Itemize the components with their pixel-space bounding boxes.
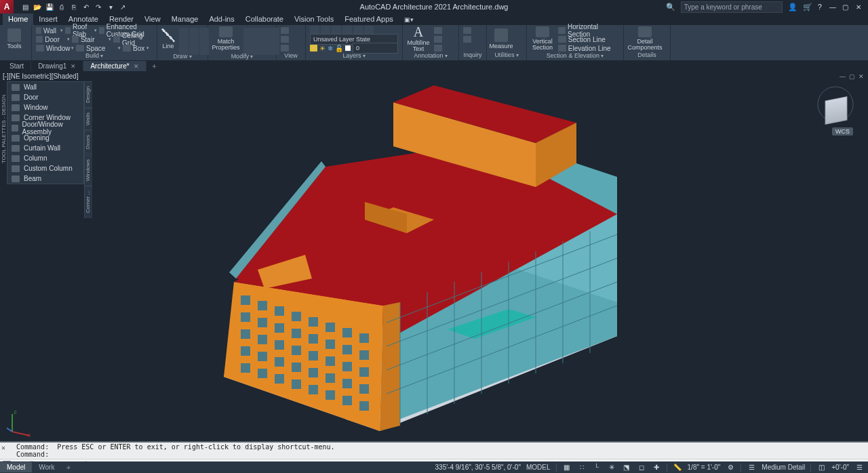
tab-home[interactable]: Home bbox=[3, 13, 33, 25]
panel-annotation-label[interactable]: Annotation bbox=[407, 52, 454, 60]
elev-icon[interactable]: ◫ bbox=[816, 464, 826, 472]
side-tab-corner[interactable]: Corner ... bbox=[84, 186, 92, 218]
anno-mini[interactable] bbox=[434, 26, 442, 52]
view-btn1[interactable] bbox=[281, 26, 289, 35]
panel-build-label[interactable]: Build bbox=[36, 52, 153, 60]
inq2[interactable] bbox=[463, 35, 471, 43]
wcs-label[interactable]: WCS bbox=[832, 127, 853, 136]
minimize-button[interactable]: — bbox=[827, 3, 838, 11]
build-door[interactable]: Door▾Stair▾Ceiling Grid bbox=[36, 35, 153, 43]
qat-open-icon[interactable]: 📂 bbox=[33, 2, 42, 12]
side-tab-design[interactable]: Design bbox=[84, 81, 92, 108]
cmd-close-icon[interactable]: ✕ bbox=[1, 444, 8, 451]
search-icon[interactable]: 🔍 bbox=[666, 3, 675, 12]
snap-icon[interactable]: ∷ bbox=[577, 464, 587, 472]
side-tab-doors[interactable]: Doors bbox=[84, 130, 92, 154]
panel-utilities-label[interactable]: Utilities bbox=[491, 52, 522, 60]
side-tab-walls[interactable]: Walls bbox=[84, 108, 92, 130]
side-tab-windows[interactable]: Windows bbox=[84, 155, 92, 186]
vertical-section-button[interactable]: Vertical Section bbox=[531, 26, 554, 51]
customize-icon[interactable]: ☰ bbox=[854, 464, 864, 472]
line-button[interactable]: Line bbox=[161, 26, 175, 51]
ortho-icon[interactable]: └ bbox=[592, 464, 601, 472]
qat-plot-icon[interactable]: ⎘ bbox=[69, 2, 79, 12]
inq1[interactable] bbox=[463, 26, 471, 35]
qat-redo-icon[interactable]: ↷ bbox=[94, 2, 103, 12]
detail-level-dropdown[interactable]: Medium Detail bbox=[762, 464, 805, 471]
tab-addins[interactable]: Add-ins bbox=[203, 14, 239, 25]
close-button[interactable]: ✕ bbox=[853, 3, 864, 11]
signin-icon[interactable]: 👤 bbox=[788, 3, 797, 12]
tp-curtain-wall[interactable]: Curtain Wall bbox=[7, 143, 83, 153]
layout-tab-model[interactable]: Model bbox=[0, 462, 32, 472]
viewport[interactable]: [-][NE Isometric][Shaded] —▢✕ TOOL PALET… bbox=[0, 72, 868, 443]
search-input[interactable]: Type a keyword or phrase bbox=[681, 1, 783, 13]
polar-icon[interactable]: ✳ bbox=[607, 464, 616, 472]
tools-button[interactable]: Tools bbox=[4, 26, 24, 51]
osnap-icon[interactable]: ◻ bbox=[637, 464, 646, 472]
model-space-button[interactable]: MODEL bbox=[526, 464, 551, 471]
qat-undo-icon[interactable]: ↶ bbox=[81, 2, 91, 12]
elevation-readout[interactable]: +0'-0" bbox=[831, 464, 849, 471]
build-window[interactable]: Window▾Space▾Box▾ bbox=[36, 44, 153, 52]
qat-dropdown-icon[interactable]: ▾ bbox=[106, 2, 115, 12]
tab-vision-tools[interactable]: Vision Tools bbox=[289, 14, 339, 25]
draw-mini-grid[interactable] bbox=[179, 28, 208, 53]
close-icon[interactable]: ✕ bbox=[134, 63, 139, 70]
dyn-icon[interactable]: ✚ bbox=[652, 464, 661, 472]
exchange-icon[interactable]: 🛒 bbox=[803, 3, 812, 12]
detail-icon[interactable]: ☰ bbox=[747, 464, 756, 472]
tp-window[interactable]: Window bbox=[7, 102, 83, 112]
view-cube[interactable] bbox=[816, 85, 854, 123]
elevationline-button[interactable]: Elevation Line bbox=[558, 44, 619, 52]
view-btn2[interactable] bbox=[281, 35, 289, 43]
doc-tab-architecture[interactable]: Architecture*✕ bbox=[83, 61, 146, 71]
tp-column[interactable]: Column bbox=[7, 153, 83, 163]
text-button[interactable]: AMultiline Text bbox=[407, 26, 430, 51]
layout-tab-work[interactable]: Work bbox=[32, 462, 61, 472]
qat-new-icon[interactable]: ▤ bbox=[20, 2, 30, 12]
app-logo[interactable]: A bbox=[0, 0, 14, 14]
doc-tab-drawing1[interactable]: Drawing1✕ bbox=[31, 61, 83, 71]
gear-icon[interactable]: ⚙ bbox=[726, 464, 735, 472]
sectionline-button[interactable]: Section Line bbox=[558, 35, 619, 43]
close-icon[interactable]: ✕ bbox=[71, 63, 76, 70]
vp-close-icon[interactable]: ✕ bbox=[859, 73, 865, 80]
tp-beam[interactable]: Beam bbox=[7, 173, 83, 184]
vp-max-icon[interactable]: ▢ bbox=[849, 73, 856, 80]
vp-min-icon[interactable]: — bbox=[840, 73, 846, 80]
measure-button[interactable]: Measure bbox=[491, 26, 511, 51]
panel-layers-label[interactable]: Layers bbox=[310, 52, 398, 60]
tab-collaborate[interactable]: Collaborate bbox=[240, 14, 289, 25]
ruler-icon[interactable]: 📏 bbox=[673, 464, 682, 472]
tab-expander-icon[interactable]: ▣▾ bbox=[399, 15, 419, 25]
maximize-button[interactable]: ▢ bbox=[840, 3, 851, 11]
match-properties-button[interactable]: Match Properties bbox=[212, 26, 239, 51]
doc-tab-start[interactable]: Start bbox=[3, 61, 31, 71]
hsection-button[interactable]: Horizontal Section bbox=[558, 26, 619, 35]
iso-icon[interactable]: ⬔ bbox=[622, 464, 631, 472]
tab-insert[interactable]: Insert bbox=[33, 14, 63, 25]
panel-section-label[interactable]: Section & Elevation bbox=[531, 52, 619, 60]
tab-manage[interactable]: Manage bbox=[166, 14, 204, 25]
qat-save-icon[interactable]: 💾 bbox=[45, 2, 54, 12]
scale-dropdown[interactable]: 1/8" = 1'-0" bbox=[688, 464, 721, 471]
tp-dw-assembly[interactable]: Door/Window Assembly bbox=[7, 123, 83, 133]
grid-icon[interactable]: ▦ bbox=[562, 464, 572, 472]
tp-custom-column[interactable]: Custom Column bbox=[7, 163, 83, 173]
tp-wall[interactable]: Wall bbox=[7, 82, 83, 92]
modify-mini-grid[interactable] bbox=[243, 28, 277, 53]
qat-share-icon[interactable]: ↗ bbox=[118, 2, 127, 12]
layout-add-button[interactable]: ＋ bbox=[61, 463, 76, 472]
tp-door[interactable]: Door bbox=[7, 92, 83, 102]
help-icon[interactable]: ? bbox=[818, 3, 822, 11]
cube-icon[interactable] bbox=[825, 96, 848, 125]
panel-modify-label[interactable]: Modify bbox=[212, 53, 272, 60]
new-doc-button[interactable]: ＋ bbox=[146, 61, 162, 71]
viewport-label[interactable]: [-][NE Isometric][Shaded] bbox=[3, 73, 79, 80]
tab-featured-apps[interactable]: Featured Apps bbox=[339, 14, 399, 25]
qat-saveas-icon[interactable]: ⎙ bbox=[57, 2, 66, 12]
view-btn3[interactable] bbox=[281, 44, 289, 52]
panel-draw-label[interactable]: Draw bbox=[161, 53, 203, 60]
detail-components-button[interactable]: Detail Components bbox=[628, 26, 662, 51]
